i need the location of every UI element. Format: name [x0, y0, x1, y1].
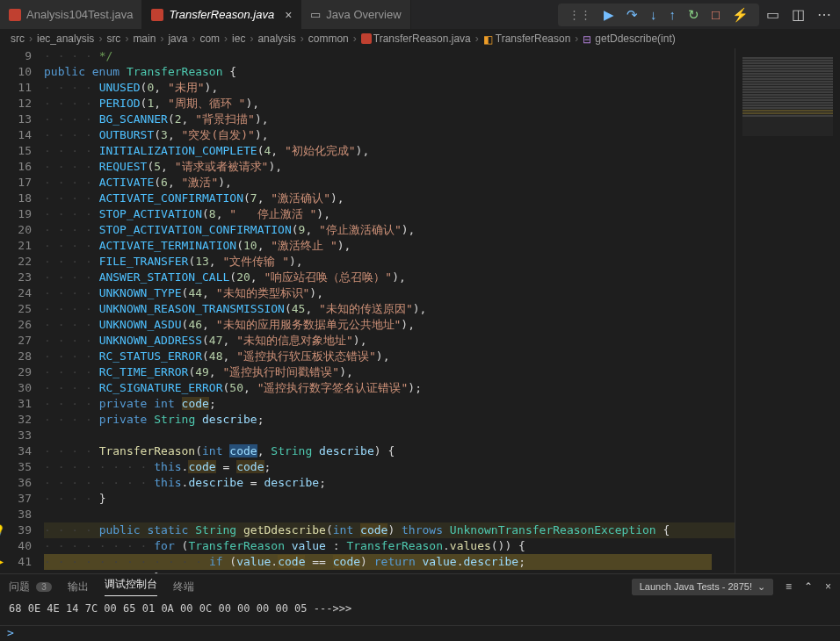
line-number[interactable]: 35 [0, 459, 32, 475]
code-line[interactable]: · · · · */ [44, 48, 840, 64]
tab-transferreason[interactable]: TransferReason.java × [142, 0, 301, 29]
line-number[interactable]: 28 [0, 349, 32, 364]
code-line[interactable]: · · · · UNKNOWN_ADDRESS(47, "未知的信息对象地址")… [44, 333, 840, 349]
line-number[interactable]: 36 [0, 475, 32, 491]
breadcrumb-part[interactable]: common [308, 32, 349, 45]
line-number[interactable]: 26 [0, 317, 32, 333]
line-number[interactable]: 38 [0, 507, 32, 522]
line-number[interactable]: 27 [0, 333, 32, 349]
code-line[interactable]: · · · · OUTBURST(3, "突发(自发)"), [44, 127, 840, 143]
code-line[interactable]: · · · · private int code; [44, 396, 840, 412]
panel-tab-debug-console[interactable]: 调试控制台 [105, 577, 157, 596]
step-out-button[interactable]: ↑ [669, 7, 676, 22]
code-line[interactable]: · · · · public static String getDdescrib… [44, 522, 840, 538]
launch-config-select[interactable]: Launch Java Tests - 2875! ⌄ [632, 579, 773, 595]
line-number[interactable]: 32 [0, 412, 32, 428]
code-line[interactable]: · · · · } [44, 491, 840, 507]
code-line[interactable]: public enum TransferReason { [44, 64, 840, 80]
line-number[interactable]: 31 [0, 396, 32, 412]
breadcrumb-part[interactable]: iec_analysis [37, 32, 94, 45]
debug-console-input[interactable]: > [0, 625, 840, 641]
drag-handle-icon[interactable]: ⋮⋮ [568, 8, 591, 21]
line-number[interactable]: 9 [0, 48, 32, 64]
tab-analysis104test[interactable]: Analysis104Test.java [0, 0, 142, 29]
line-number[interactable]: 33 [0, 428, 32, 443]
code-line[interactable]: · · · · TransferReason(int code, String … [44, 443, 840, 459]
breadcrumb-part[interactable]: iec [232, 32, 245, 45]
line-number[interactable]: 29 [0, 364, 32, 380]
code-line[interactable]: · · · · ACTIVATE_TERMINATION(10, "激活终止 "… [44, 238, 840, 254]
code-line[interactable] [44, 428, 840, 443]
clear-icon[interactable]: ≡ [786, 580, 792, 593]
line-gutter[interactable]: 9101112131415161718192021222324252627282… [0, 48, 44, 573]
debug-console-output[interactable]: 68 0E 4E 14 7C 00 65 01 0A 00 0C 00 00 0… [0, 599, 840, 618]
line-number[interactable]: 10 [0, 64, 32, 80]
code-line[interactable]: · · · · BG_SCANNER(2, "背景扫描"), [44, 112, 840, 127]
code-line[interactable]: · · · · ACTIVATE_CONFIRMATION(7, "激活确认")… [44, 191, 840, 206]
breadcrumb-part[interactable]: analysis [257, 32, 295, 45]
code-line[interactable]: · · · · UNKNOWN_ASDU(46, "未知的应用服务数据单元公共地… [44, 317, 840, 333]
code-line[interactable]: · · · · FILE_TRANSFER(13, "文件传输 "), [44, 254, 840, 270]
lightbulb-icon[interactable]: 💡 [0, 522, 5, 538]
breadcrumb-file[interactable]: TransferReason.java [373, 32, 471, 45]
breadcrumb-method[interactable]: getDdescribe(int) [595, 32, 675, 45]
panel-tab-problems[interactable]: 问题 3 [9, 580, 52, 594]
code-line[interactable]: · · · · PERIOD(1, "周期、循环 "), [44, 96, 840, 112]
code-line[interactable]: · · · · REQUEST(5, "请求或者被请求"), [44, 159, 840, 175]
debug-toolbar[interactable]: ⋮⋮ ▶ ↷ ↓ ↑ ↻ □ ⚡ [558, 4, 759, 26]
code-area[interactable]: · · · · */public enum TransferReason {· … [44, 48, 840, 573]
close-icon[interactable]: × [825, 580, 831, 593]
code-line[interactable]: · · · · RC_SIGNATURE_ERROR(50, "遥控执行数字签名… [44, 380, 840, 396]
hot-replace-button[interactable]: ⚡ [732, 7, 749, 23]
line-number[interactable]: 23 [0, 270, 32, 285]
split-editor-icon[interactable]: ◫ [792, 6, 805, 23]
book-icon[interactable]: ▭ [766, 6, 779, 23]
code-line[interactable]: · · · · UNKNOWN_TYPE(44, "未知的类型标识"), [44, 285, 840, 301]
code-line[interactable]: · · · · UNKNOWN_REASON_TRANSMISSION(45, … [44, 301, 840, 317]
code-line[interactable]: · · · · UNUSED(0, "未用"), [44, 80, 840, 96]
panel-tab-output[interactable]: 输出 [68, 580, 89, 594]
code-line[interactable]: · · · · · · · · this.describe = describe… [44, 475, 840, 491]
code-line[interactable]: · · · · · · · · this.code = code; [44, 459, 840, 475]
code-line[interactable]: · · · · RC_STATUS_ERROR(48, "遥控执行软压板状态错误… [44, 349, 840, 364]
restart-button[interactable]: ↻ [688, 7, 699, 23]
line-number[interactable]: 12 [0, 96, 32, 112]
line-number[interactable]: 17 [0, 175, 32, 191]
line-number[interactable]: 16 [0, 159, 32, 175]
line-number[interactable]: 13 [0, 112, 32, 127]
breadcrumb-part[interactable]: com [199, 32, 220, 45]
breadcrumb-part[interactable]: src [106, 32, 120, 45]
more-icon[interactable]: ⋯ [817, 6, 831, 23]
line-number[interactable]: 40 [0, 538, 32, 554]
step-over-button[interactable]: ↷ [626, 7, 638, 23]
breadcrumb-part[interactable]: src [11, 32, 25, 45]
breadcrumb-part[interactable]: main [133, 32, 156, 45]
line-number[interactable]: 22 [0, 254, 32, 270]
tab-java-overview[interactable]: ▭ Java Overview [301, 0, 410, 29]
line-number[interactable]: 39💡 [0, 522, 32, 538]
line-number[interactable]: 11 [0, 80, 32, 96]
step-into-button[interactable]: ↓ [650, 7, 657, 22]
breadcrumb[interactable]: src› iec_analysis› src› main› java› com›… [0, 29, 840, 48]
line-number[interactable]: 18 [0, 191, 32, 206]
line-number[interactable]: 15 [0, 143, 32, 159]
line-number[interactable]: 34 [0, 443, 32, 459]
breadcrumb-symbol[interactable]: TransferReason [496, 32, 571, 45]
code-line[interactable] [44, 507, 840, 522]
line-number[interactable]: 25 [0, 301, 32, 317]
line-number[interactable]: 21 [0, 238, 32, 254]
line-number[interactable]: 37 [0, 491, 32, 507]
code-line[interactable]: · · · · private String describe; [44, 412, 840, 428]
panel-tab-terminal[interactable]: 终端 [173, 580, 194, 594]
code-line[interactable]: · · · · STOP_ACTIVATION(8, " 停止激活 "), [44, 206, 840, 222]
code-line[interactable]: · · · · ANSWER_STATION_CALL(20, "响应站召唤（总… [44, 270, 840, 285]
line-number[interactable]: 20 [0, 222, 32, 238]
minimap[interactable] [735, 48, 840, 573]
code-line[interactable]: · · · · · · · · for (TransferReason valu… [44, 538, 840, 554]
code-line[interactable]: · · · · STOP_ACTIVATION_CONFIRMATION(9, … [44, 222, 840, 238]
code-line[interactable]: · · · · INITIALIZATION_COMPLETE(4, "初始化完… [44, 143, 840, 159]
chevron-up-icon[interactable]: ⌃ [804, 580, 813, 593]
breadcrumb-part[interactable]: java [168, 32, 187, 45]
line-number[interactable]: 24 [0, 285, 32, 301]
line-number[interactable]: 14 [0, 127, 32, 143]
